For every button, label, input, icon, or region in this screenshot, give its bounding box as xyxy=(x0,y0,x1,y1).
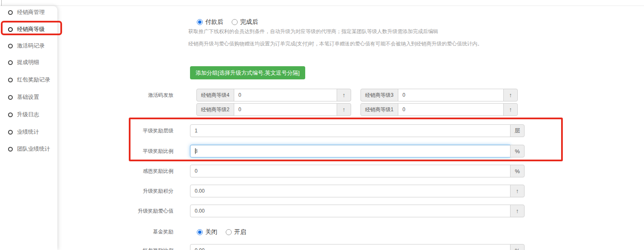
percent-suffix: % xyxy=(510,244,525,250)
radio-fund-on[interactable]: 开启 xyxy=(226,228,246,236)
love-value-hint-text: 经销商升级与爱心值购物赠送均设置为订单完成(支付)时，本笔订单赠送的爱心值有可能… xyxy=(188,40,482,48)
sidebar-item-activation-code-records[interactable]: 激活码记录 xyxy=(0,42,57,50)
radio-after-payment-label: 付款后 xyxy=(205,18,223,26)
sidebar-item-commission-details[interactable]: 提成明细 xyxy=(0,58,57,67)
radio-selected-icon[interactable] xyxy=(197,229,203,235)
circle-bullet-icon xyxy=(8,147,13,152)
activation-code-group-level1: 经销商等级1 ↑ xyxy=(360,103,518,116)
red-packet-ratio-label: 红包奖励比例 xyxy=(106,244,173,250)
top-divider xyxy=(0,6,644,6)
up-arrow-icon[interactable]: ↑ xyxy=(510,185,525,197)
sidebar-item-performance-stats[interactable]: 业绩统计 xyxy=(0,128,57,136)
sidebar-item-dealer-level[interactable]: 经销商等级 xyxy=(0,25,57,34)
activation-code-group-level2: 经销商等级2 ↑ xyxy=(196,103,351,116)
activation-codes-label: 激活码发放 xyxy=(106,89,173,101)
circle-bullet-icon xyxy=(8,60,13,65)
sidebar-item-basic-settings[interactable]: 基础设置 xyxy=(0,93,57,101)
radio-unselected-icon[interactable] xyxy=(226,229,232,235)
circle-bullet-icon xyxy=(8,78,13,82)
up-arrow-icon[interactable]: ↑ xyxy=(503,103,518,116)
text-cursor xyxy=(195,148,196,154)
circle-bullet-icon xyxy=(8,44,13,48)
up-arrow-icon[interactable]: ↑ xyxy=(337,103,351,116)
upgrade-hint-text: 获取推广下线权利的会员达到条件，自动升级为对应等级的代理商；指定某团队等级人数升… xyxy=(188,28,438,35)
level4-count-input[interactable] xyxy=(234,89,337,101)
sidebar-item-label: 红包奖励记录 xyxy=(17,76,50,84)
upgrade-love-label: 升级奖励爱心值 xyxy=(106,205,173,217)
sidebar-item-label: 基础设置 xyxy=(17,93,39,101)
same-level-layers-input[interactable] xyxy=(190,124,511,137)
same-level-layers-field: 层 xyxy=(190,124,525,137)
upgrade-points-input[interactable] xyxy=(190,185,511,197)
radio-unselected-icon[interactable] xyxy=(232,19,238,25)
sidebar-item-label: 经销商等级 xyxy=(17,25,45,33)
sidebar-item-label: 经销商管理 xyxy=(17,8,45,16)
upgrade-points-field: ↑ xyxy=(190,185,525,197)
gratitude-ratio-label: 感恩奖励比例 xyxy=(106,165,173,177)
fund-reward-label: 基金奖励 xyxy=(106,228,173,235)
dealer-level-settings-page: 经销商管理 经销商等级 激活码记录 提成明细 红包奖励记录 基础设置 升级日志 xyxy=(0,0,644,250)
level2-count-input[interactable] xyxy=(234,103,337,116)
sidebar-item-dealer-management[interactable]: 经销商管理 xyxy=(0,8,57,17)
up-arrow-icon[interactable]: ↑ xyxy=(510,205,525,217)
level1-prefix: 经销商等级1 xyxy=(360,103,398,116)
sidebar-item-label: 业绩统计 xyxy=(17,128,39,136)
radio-fund-off-label: 关闭 xyxy=(205,228,217,236)
radio-fund-on-label: 开启 xyxy=(234,228,246,236)
level2-prefix: 经销商等级2 xyxy=(196,103,234,116)
fund-reward-radio-group: 关闭 开启 xyxy=(197,228,246,236)
activation-code-group-level3: 经销商等级3 ↑ xyxy=(360,89,518,101)
radio-after-payment[interactable]: 付款后 xyxy=(197,18,223,26)
sidebar-item-label: 团队业绩统计 xyxy=(17,145,50,153)
percent-suffix: % xyxy=(510,165,525,177)
upgrade-points-label: 升级奖励积分 xyxy=(106,185,173,197)
same-level-ratio-field: % xyxy=(190,145,525,157)
upgrade-love-input[interactable] xyxy=(190,205,511,217)
circle-bullet-icon xyxy=(8,27,13,32)
gratitude-ratio-input[interactable] xyxy=(190,165,511,177)
sidebar: 经销商管理 经销商等级 激活码记录 提成明细 红包奖励记录 基础设置 升级日志 xyxy=(0,6,57,250)
level3-prefix: 经销商等级3 xyxy=(360,89,398,101)
upgrade-love-field: ↑ xyxy=(190,205,525,217)
same-level-ratio-label: 平级奖励比例 xyxy=(106,145,173,157)
circle-bullet-icon xyxy=(8,10,13,15)
sidebar-item-upgrade-log[interactable]: 升级日志 xyxy=(0,110,57,119)
circle-bullet-icon xyxy=(8,112,13,117)
sidebar-item-label: 升级日志 xyxy=(17,111,39,118)
level3-count-input[interactable] xyxy=(398,89,504,101)
sidebar-item-team-performance-stats[interactable]: 团队业绩统计 xyxy=(0,145,57,153)
red-packet-ratio-field: % xyxy=(190,244,525,250)
level1-count-input[interactable] xyxy=(398,103,504,116)
radio-fund-off[interactable]: 关闭 xyxy=(197,228,217,236)
percent-suffix: % xyxy=(510,145,525,157)
activation-code-group-level4: 经销商等级4 ↑ xyxy=(196,89,351,101)
sidebar-item-label: 激活码记录 xyxy=(17,42,45,50)
radio-after-completion[interactable]: 完成后 xyxy=(232,18,258,26)
same-level-layers-label: 平级奖励层级 xyxy=(106,124,173,137)
sidebar-item-label: 提成明细 xyxy=(17,59,39,66)
add-group-button[interactable]: 添加分组[选择升级方式编号,英文逗号分隔] xyxy=(190,66,305,79)
sidebar-item-red-packet-reward-records[interactable]: 红包奖励记录 xyxy=(0,76,57,84)
radio-after-completion-label: 完成后 xyxy=(240,18,258,26)
red-packet-ratio-input[interactable] xyxy=(190,244,511,250)
gratitude-ratio-field: % xyxy=(190,165,525,177)
up-arrow-icon[interactable]: ↑ xyxy=(337,89,351,101)
circle-bullet-icon xyxy=(8,130,13,135)
up-arrow-icon[interactable]: ↑ xyxy=(503,89,518,101)
upgrade-timing-radio-group: 付款后 完成后 xyxy=(197,18,258,26)
level4-prefix: 经销商等级4 xyxy=(196,89,234,101)
circle-bullet-icon xyxy=(8,95,13,100)
radio-selected-icon[interactable] xyxy=(197,19,203,25)
layer-unit-suffix: 层 xyxy=(510,124,525,137)
same-level-ratio-input[interactable] xyxy=(190,145,511,157)
